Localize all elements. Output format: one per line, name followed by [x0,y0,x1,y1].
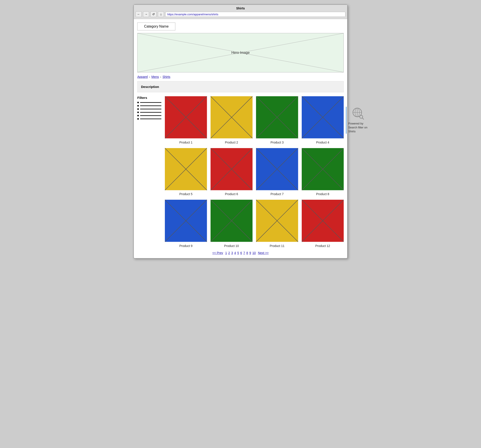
pagination-page-4[interactable]: 4 [234,251,236,255]
page-content: Category Name Hero Image Apparel › Mens … [134,19,347,258]
filter-dot-4 [137,112,139,113]
filter-dot-1 [137,102,139,103]
breadcrumb-shirts[interactable]: Shirts [162,75,170,78]
filter-dot-6 [137,118,139,120]
filter-line-5 [140,115,161,116]
category-name: Category Name [137,23,175,30]
pagination-page-5[interactable]: 5 [237,251,239,255]
filter-dot-5 [137,115,139,116]
product-card-4[interactable]: Product 4 [302,96,344,144]
svg-point-42 [360,115,363,118]
pagination-page-8[interactable]: 8 [246,251,248,255]
filter-item-1[interactable] [137,102,161,103]
filter-line-4 [140,112,161,113]
product-card-7[interactable]: Product 7 [256,148,298,196]
product-card-9[interactable]: Product 9 [165,199,207,248]
home-button[interactable]: ⌂ [158,11,164,17]
product-img-3 [256,96,298,139]
pagination-page-2[interactable]: 2 [228,251,230,255]
product-img-6 [210,148,253,191]
globe-search-icon [352,107,365,120]
product-img-5 [165,148,207,191]
product-name-2: Product 2 [225,141,238,144]
back-button[interactable]: ← [135,11,142,17]
breadcrumb-apparel[interactable]: Apparel [137,75,148,78]
product-img-9 [165,199,207,242]
hero-label: Hero Image [231,51,250,55]
reload-button[interactable]: ↺ [150,11,157,17]
filter-item-5[interactable] [137,115,161,116]
product-img-4 [302,96,344,139]
description-label: Description [141,85,340,89]
filter-line-1 [140,102,161,103]
widget-text: Powered by Search filter on Shirts [348,122,368,134]
product-card-6[interactable]: Product 6 [210,148,253,196]
product-card-12[interactable]: Product 12 [302,199,344,248]
product-name-11: Product 11 [270,244,285,248]
filters-title: Filters [137,96,161,99]
forward-button[interactable]: → [143,11,149,17]
product-card-11[interactable]: Product 11 [256,199,298,248]
svg-line-43 [362,118,364,119]
filter-item-2[interactable] [137,105,161,106]
product-name-1: Product 1 [179,141,192,144]
product-img-7 [256,148,298,191]
filters-column: Filters [137,96,161,248]
product-card-8[interactable]: Product 8 [302,148,344,196]
product-img-2 [210,96,253,139]
product-card-5[interactable]: Product 5 [165,148,207,196]
filter-line-6 [140,119,161,119]
browser-chrome: Shirts ← → ↺ ⌂ https://example.com/appar… [134,5,347,19]
pagination-next[interactable]: Next >> [258,251,269,255]
browser-window: Shirts ← → ↺ ⌂ https://example.com/appar… [133,4,348,258]
pagination-page-1[interactable]: 1 [225,251,227,255]
pagination-page-6[interactable]: 6 [240,251,242,255]
description-box: Description [137,81,344,92]
address-bar[interactable]: https://example.com/apparel/mens/shirts [165,12,346,17]
filter-line-2 [140,106,161,106]
pagination-prev[interactable]: << Prev [212,251,223,255]
breadcrumb: Apparel › Mens › Shirts [137,75,344,78]
filter-item-6[interactable] [137,118,161,120]
product-card-2[interactable]: Product 2 [210,96,253,144]
product-img-11 [256,199,298,242]
filter-dot-2 [137,105,139,106]
product-img-10 [210,199,253,242]
product-name-3: Product 3 [271,141,284,144]
product-card-3[interactable]: Product 3 [256,96,298,144]
product-img-1 [165,96,207,139]
hero-image: Hero Image [137,33,344,72]
breadcrumb-sep-2: › [160,75,161,78]
product-name-9: Product 9 [179,244,192,248]
products-grid: Product 1 Product 2 Product 3 Product 4 … [165,96,344,248]
breadcrumb-sep-1: › [149,75,150,78]
product-name-12: Product 12 [315,244,330,248]
product-card-1[interactable]: Product 1 [165,96,207,144]
product-name-5: Product 5 [179,192,192,196]
product-name-6: Product 6 [225,192,238,196]
product-img-12 [302,199,344,242]
browser-toolbar: ← → ↺ ⌂ https://example.com/apparel/mens… [135,11,346,17]
pagination-page-3[interactable]: 3 [231,251,233,255]
filter-line-3 [140,109,161,109]
pagination-page-9[interactable]: 9 [249,251,251,255]
filter-item-3[interactable] [137,108,161,110]
product-name-8: Product 8 [316,192,329,196]
main-row: Filters Product 1 Product 2 Product 3 Pr… [137,96,344,248]
product-card-10[interactable]: Product 10 [210,199,253,248]
product-img-8 [302,148,344,191]
sidebar-widget: Powered by Search filter on Shirts [346,107,368,134]
widget-border: Powered by Search filter on Shirts [346,107,368,134]
breadcrumb-mens[interactable]: Mens [151,75,159,78]
pagination-page-10[interactable]: 10 [252,251,256,255]
product-name-10: Product 10 [224,244,239,248]
browser-title: Shirts [135,7,346,10]
pagination: << Prev 12345678910 Next >> [137,251,344,255]
filter-dot-3 [137,108,139,110]
product-name-7: Product 7 [271,192,284,196]
pagination-page-7[interactable]: 7 [243,251,245,255]
product-name-4: Product 4 [316,141,329,144]
filter-item-4[interactable] [137,112,161,113]
